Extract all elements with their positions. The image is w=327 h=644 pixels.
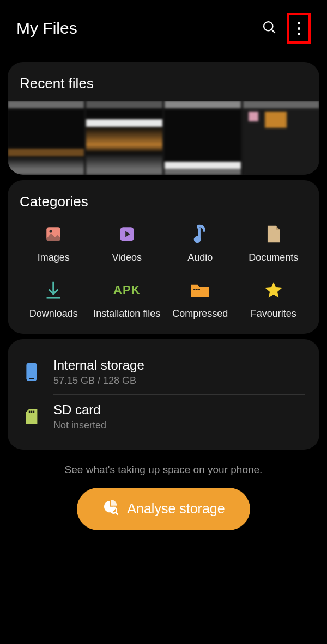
svg-point-12 (194, 289, 196, 290)
category-label: Compressed (172, 308, 228, 320)
category-label: Images (38, 252, 70, 264)
category-label: Installation files (93, 308, 160, 320)
storage-card: Internal storage 57.15 GB / 128 GB SD ca… (8, 339, 319, 450)
svg-point-0 (264, 22, 272, 30)
category-label: Documents (249, 252, 298, 264)
storage-subtitle: Not inserted (53, 420, 305, 431)
category-images[interactable]: Images (20, 224, 88, 264)
sdcard-icon (22, 408, 41, 425)
analyse-storage-button[interactable]: Analyse storage (77, 488, 250, 530)
category-downloads[interactable]: Downloads (20, 280, 88, 320)
category-compressed[interactable]: Compressed (166, 280, 234, 320)
category-audio[interactable]: Audio (166, 224, 234, 264)
recent-file-thumbnail[interactable] (243, 101, 319, 175)
storage-subtitle: 57.15 GB / 128 GB (53, 375, 305, 387)
category-label: Downloads (29, 308, 78, 320)
audio-icon (192, 224, 208, 244)
pie-search-icon (102, 499, 119, 519)
recent-file-thumbnail[interactable] (8, 101, 84, 175)
video-icon (118, 224, 136, 244)
svg-rect-19 (33, 411, 35, 413)
image-icon (44, 224, 63, 244)
categories-title: Categories (20, 193, 307, 210)
compressed-icon (190, 280, 210, 300)
svg-point-13 (196, 289, 198, 290)
storage-title: SD card (53, 402, 305, 418)
apk-icon: APK (113, 280, 140, 300)
category-label: Favourites (251, 308, 296, 320)
svg-point-14 (198, 289, 200, 290)
recent-files-card: Recent files (8, 62, 319, 175)
category-installation-files[interactable]: APK Installation files (93, 280, 161, 320)
category-label: Audio (187, 252, 213, 264)
svg-line-1 (272, 30, 275, 33)
category-favourites[interactable]: Favourites (240, 280, 308, 320)
storage-sdcard[interactable]: SD card Not inserted (22, 395, 305, 439)
storage-title: Internal storage (53, 358, 305, 373)
category-videos[interactable]: Videos (93, 224, 161, 264)
recent-file-thumbnail[interactable] (165, 101, 241, 175)
search-icon[interactable] (262, 20, 277, 37)
document-icon (266, 224, 281, 244)
download-icon (44, 280, 63, 300)
category-label: Videos (112, 252, 142, 264)
more-vertical-icon (298, 22, 300, 35)
recent-files-thumbnails[interactable] (8, 101, 319, 175)
category-documents[interactable]: Documents (240, 224, 308, 264)
svg-rect-17 (29, 411, 31, 413)
svg-rect-18 (31, 411, 33, 413)
phone-icon (22, 362, 41, 382)
footer-hint: See what's taking up space on your phone… (0, 464, 327, 476)
more-options-button[interactable] (287, 13, 311, 44)
recent-files-title: Recent files (20, 75, 307, 92)
star-icon (264, 280, 283, 300)
svg-point-3 (50, 230, 52, 232)
page-title: My Files (16, 19, 77, 38)
analyse-button-label: Analyse storage (127, 501, 225, 517)
storage-internal[interactable]: Internal storage 57.15 GB / 128 GB (22, 350, 305, 394)
recent-file-thumbnail[interactable] (86, 101, 162, 175)
svg-line-21 (116, 512, 118, 514)
categories-card: Categories Images Videos Audio Documents (8, 180, 319, 334)
